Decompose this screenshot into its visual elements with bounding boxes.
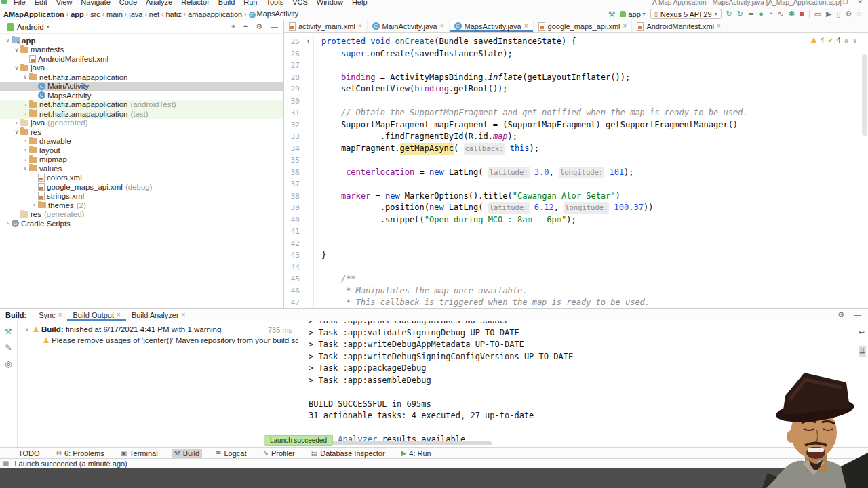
- build-status-row[interactable]: ∨ Build: finished at 6/17/2021 4:41 PM w…: [23, 325, 294, 333]
- rerun-build-icon[interactable]: ⚒: [5, 327, 12, 336]
- code-line[interactable]: 30: [284, 96, 868, 108]
- tree-arrow-icon[interactable]: ∨: [22, 74, 29, 80]
- locate-file-icon[interactable]: ⌖: [231, 22, 235, 31]
- breadcrumb-item[interactable]: src: [90, 10, 101, 18]
- filter-icon[interactable]: ◎: [5, 359, 12, 369]
- menu-navigate[interactable]: Navigate: [81, 0, 110, 6]
- code-line[interactable]: 46 * Manipulates the map once available.: [284, 285, 868, 298]
- debug-icon[interactable]: ●: [759, 10, 764, 18]
- tree-item-net-hafiz-amapapplication[interactable]: ›net.hafiz.amapapplication(test): [0, 109, 283, 119]
- tree-arrow-icon[interactable]: ›: [31, 202, 38, 208]
- tree-arrow-icon[interactable]: ∨: [22, 165, 29, 171]
- tab-mainactivity-java[interactable]: CMainActivity.java×: [368, 20, 450, 32]
- code-line[interactable]: 47 * This callback is triggered when the…: [284, 297, 868, 308]
- coverage-icon[interactable]: ◔: [768, 10, 773, 18]
- breadcrumb-item[interactable]: hafiz: [165, 10, 182, 18]
- tree-item-strings-xml[interactable]: strings.xml: [0, 192, 283, 201]
- build-tab-build-analyzer[interactable]: Build Analyzer×: [126, 309, 191, 321]
- project-view-select[interactable]: Android: [17, 23, 44, 31]
- tree-arrow-icon[interactable]: ›: [4, 220, 12, 226]
- tree-arrow-icon[interactable]: ∨: [13, 129, 20, 135]
- build-tab-sync[interactable]: Sync×: [33, 309, 67, 321]
- tab-activity-main-xml[interactable]: activity_main.xml×: [284, 20, 368, 32]
- tree-arrow-icon[interactable]: ›: [22, 147, 29, 153]
- close-icon[interactable]: ×: [440, 22, 444, 30]
- menu-tools[interactable]: Tools: [266, 0, 283, 6]
- menu-window[interactable]: Window: [317, 0, 343, 6]
- toolwindow-4-run[interactable]: ▶4: Run: [399, 449, 434, 458]
- tree-arrow-icon[interactable]: ›: [13, 120, 20, 126]
- menu-build[interactable]: Build: [218, 0, 235, 6]
- tree-item-google-maps-api-xml[interactable]: google_maps_api.xml(debug): [0, 182, 283, 192]
- close-icon[interactable]: ×: [58, 311, 62, 319]
- search-icon[interactable]: ◌: [856, 10, 861, 18]
- expand-arrow-icon[interactable]: ∨: [23, 327, 31, 333]
- tree-item-mainactivity[interactable]: CMainActivity: [0, 82, 283, 92]
- code-line[interactable]: 33 .findFragmentById(R.id.map);: [284, 131, 868, 143]
- run-config-select[interactable]: app ▾: [620, 10, 645, 18]
- tree-arrow-icon[interactable]: ›: [22, 110, 29, 117]
- soft-wrap-icon[interactable]: ↩: [859, 327, 866, 339]
- toolwindow-logcat[interactable]: ≣Logcat: [213, 449, 249, 458]
- menu-code[interactable]: Code: [119, 0, 137, 6]
- menu-analyze[interactable]: Analyze: [146, 0, 172, 6]
- tab-mapsactivity-java[interactable]: CMapsActivity.java×: [450, 20, 534, 32]
- code-line[interactable]: 29 setContentView(binding.getRoot());: [284, 83, 868, 96]
- menu-help[interactable]: Help: [352, 0, 368, 6]
- tree-arrow-icon[interactable]: ∨: [4, 37, 12, 43]
- breadcrumb-item[interactable]: amapapplication: [187, 10, 243, 18]
- code-line[interactable]: 40 .snippet("Open during MCO : 8am - 6pm…: [284, 214, 868, 226]
- breadcrumb-item[interactable]: main: [106, 10, 123, 18]
- menu-refactor[interactable]: Refactor: [181, 0, 210, 6]
- profiler-icon[interactable]: ∿: [778, 10, 784, 18]
- collapse-all-icon[interactable]: ÷: [243, 22, 248, 31]
- close-icon[interactable]: ×: [358, 22, 362, 30]
- device-select[interactable]: ▯ Nexus 5 API 29 ▾: [650, 9, 722, 19]
- code-editor[interactable]: 25⬆protected void onCreate(Bundle savedI…: [284, 33, 868, 308]
- tree-arrow-icon[interactable]: ›: [22, 102, 29, 108]
- tree-arrow-icon[interactable]: ›: [22, 138, 29, 144]
- breadcrumb-item[interactable]: AMapApplication: [3, 10, 65, 18]
- device-manager-icon[interactable]: ▶: [826, 10, 831, 18]
- close-icon[interactable]: ×: [182, 311, 186, 319]
- tab-google-maps-api-xml[interactable]: google_maps_api.xml×: [534, 20, 633, 32]
- toolwindow-profiler[interactable]: ∿Profiler: [260, 449, 298, 458]
- code-line[interactable]: 25⬆protected void onCreate(Bundle savedI…: [284, 36, 868, 48]
- tree-item-java[interactable]: ∨java: [0, 64, 283, 73]
- code-line[interactable]: 42: [284, 238, 868, 250]
- toolwindow-6-problems[interactable]: ⊘6: Problems: [54, 449, 107, 458]
- breadcrumb-item[interactable]: app: [70, 10, 85, 18]
- hide-panel-icon[interactable]: —: [271, 22, 278, 31]
- override-method-icon[interactable]: ⬆: [303, 36, 313, 48]
- code-line[interactable]: 36 centerlocation = new LatLng( latitude…: [284, 167, 868, 179]
- hide-panel-icon[interactable]: —: [854, 310, 861, 319]
- tree-item-net-hafiz-amapapplication[interactable]: ›net.hafiz.amapapplication(androidTest): [0, 100, 283, 110]
- code-line[interactable]: 31 // Obtain the SupportMapFragment and …: [284, 107, 868, 119]
- code-line[interactable]: 35: [284, 155, 868, 167]
- code-line[interactable]: 34 mapFragment.getMapAsync( callback: th…: [284, 143, 868, 155]
- code-line[interactable]: 28 binding = ActivityMapsBinding.inflate…: [284, 72, 868, 84]
- sdk-manager-icon[interactable]: ▯: [837, 10, 841, 18]
- toolwindow-terminal[interactable]: ▣Terminal: [118, 449, 161, 458]
- code-line[interactable]: 43}: [284, 249, 868, 262]
- tree-item-androidmanifest-xml[interactable]: AndroidManifest.xml: [0, 54, 283, 64]
- tree-item-values[interactable]: ∨values: [0, 164, 283, 174]
- tree-item-mapsactivity[interactable]: CMapsActivity: [0, 91, 283, 100]
- code-line[interactable]: 32 SupportMapFragment mapFragment = (Sup…: [284, 119, 868, 131]
- breadcrumb-item[interactable]: net: [149, 10, 160, 18]
- tree-item-layout[interactable]: ›layout: [0, 146, 283, 155]
- toolwindow-todo[interactable]: ☰TODO: [7, 449, 43, 458]
- breadcrumb-item[interactable]: CMapsActivity: [248, 9, 300, 18]
- editor-scrollbar[interactable]: [862, 54, 867, 136]
- tree-item-mipmap[interactable]: ›mipmap: [0, 155, 283, 165]
- code-line[interactable]: 39 .position(new LatLng( latitude: 6.12,…: [284, 202, 868, 214]
- settings-gear-icon[interactable]: ⚙: [837, 310, 844, 319]
- console-hscrollbar[interactable]: [309, 441, 492, 445]
- tree-item-drawable[interactable]: ›drawable: [0, 137, 283, 146]
- layout-inspector-icon[interactable]: ▭: [814, 10, 821, 18]
- inspections-widget[interactable]: 4 ✔ 4 ∧ ∨: [810, 37, 857, 44]
- close-icon[interactable]: ×: [717, 22, 721, 30]
- code-line[interactable]: 27: [284, 60, 868, 72]
- close-icon[interactable]: ×: [117, 311, 121, 319]
- code-line[interactable]: 41: [284, 226, 868, 238]
